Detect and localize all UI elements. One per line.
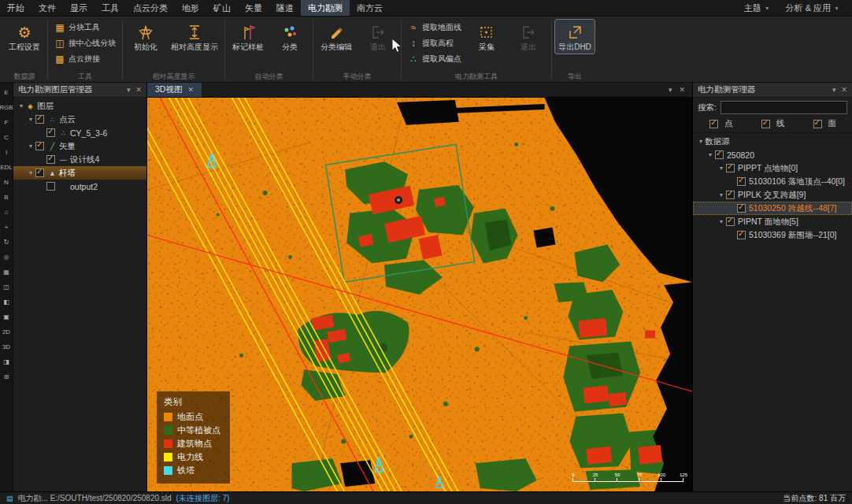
tree-row[interactable]: ▾ 数据源 [693,135,852,148]
strip-tool[interactable]: ◫ [0,280,13,295]
tabbar-close-icon[interactable]: ✕ [679,86,685,94]
menu-item[interactable]: 显示 [63,0,94,16]
tree-row[interactable]: ▾ PIPPT 点地物[0] [693,161,852,175]
strip-tool[interactable]: N [0,175,13,190]
tab-close-icon[interactable]: ✕ [187,86,194,94]
export-dhd-button[interactable]: 导出DHD [555,20,595,54]
tree-row[interactable]: ▾ 点云 [13,113,146,126]
strip-tool[interactable]: + [0,220,13,235]
tree-expander-icon[interactable]: ▾ [717,165,725,172]
checkbox-icon[interactable] [761,120,770,128]
pointcloud-merge-button[interactable]: ▩ 点云拼接 [51,51,103,66]
tree-checkbox[interactable] [726,191,735,199]
menu-item[interactable]: 隧道 [269,0,301,16]
strip-tool[interactable]: F [0,115,13,130]
block-tool-button[interactable]: ▦ 分块工具 [51,20,103,35]
strip-tool[interactable]: ↻ [0,235,13,250]
tab-list-dropdown-icon[interactable]: ▾ [669,86,672,94]
tree-row[interactable]: ▾ PIPLK 交叉跨越[9] [693,188,852,202]
tree-checkbox[interactable] [46,182,55,191]
tree-expander-icon[interactable]: ▾ [706,151,714,158]
tree-row[interactable]: ▾ 杆塔 [13,166,146,180]
checkbox-icon[interactable] [813,120,822,128]
viewport-3d[interactable]: 类别 地面点 中等植被点 建筑物点 [147,98,692,491]
tree-row[interactable]: ▾ 矢量 [13,139,146,153]
tab-3d-view[interactable]: 3D视图 ✕ [147,83,202,97]
menu-item[interactable]: 点云分类 [126,0,175,16]
menu-item[interactable]: 南方云 [350,0,390,16]
tree-expander-icon[interactable]: ▾ [17,102,25,109]
collect-button[interactable]: 采集 [467,20,506,54]
strip-tool[interactable]: ◧ [0,295,13,309]
centerline-block-button[interactable]: ◫ 接中心线分块 [51,35,119,50]
menu-item[interactable]: 矢量 [238,0,269,16]
tree-checkbox[interactable] [726,217,735,226]
tree-row[interactable]: 51030106 落地顶点--40[0] [693,175,852,188]
relative-height-button[interactable]: 相对高度显示 [168,20,221,54]
tree-expander-icon[interactable]: ▾ [27,116,35,123]
menu-item[interactable]: 地形 [175,0,206,16]
tree-row[interactable]: output2 [13,180,146,193]
tree-row[interactable]: ▾ PIPNT 面地物[5] [693,215,852,228]
strip-tool[interactable]: ⌂ [0,205,13,220]
menu-item[interactable]: 文件 [31,0,63,16]
strip-tool[interactable]: ⊞ [0,369,13,384]
tree-checkbox[interactable] [715,150,724,159]
tree-checkbox[interactable] [35,142,44,150]
mark-stake-button[interactable]: 标记样桩 [228,20,268,54]
checkbox-icon[interactable] [709,120,718,128]
tree-checkbox[interactable] [737,231,746,239]
filter-checkbox[interactable]: 线 [761,118,785,129]
strip-tool[interactable]: 3D [0,339,13,354]
panel-close-button[interactable]: ✕ [841,86,847,94]
tree-checkbox[interactable] [726,164,735,172]
tree-row[interactable]: 51030250 跨越线--48[7] [693,202,852,215]
menu-item[interactable]: 电力勘测 [301,0,350,16]
tree-row[interactable]: CY_5_3-6 [13,126,146,139]
classify-edit-button[interactable]: 分类编辑 [317,20,356,54]
analysis-apps-dropdown[interactable]: 分析 & 应用 ▼ [780,2,846,14]
panel-collapse-button[interactable]: ▾ [127,86,131,94]
panel-close-button[interactable]: ✕ [135,86,142,94]
tree-expander-icon[interactable]: ▾ [717,218,725,225]
classify-button[interactable]: 分类 [270,20,309,54]
tree-checkbox[interactable] [35,115,44,124]
strip-tool[interactable]: ◨ [0,354,13,369]
extract-elevation-button[interactable]: ↕ 提取高程 [405,35,465,50]
tree-checkbox[interactable] [737,177,746,186]
tree-expander-icon[interactable]: ▾ [697,138,705,145]
tree-row[interactable]: ▾ 250820 [693,148,852,161]
search-input[interactable] [720,101,847,114]
strip-tool[interactable]: B [0,190,13,205]
tree-checkbox[interactable] [737,204,746,213]
tree-row[interactable]: 51030369 新围墙--21[0] [693,228,852,242]
menu-item[interactable]: 工具 [94,0,126,16]
strip-tool[interactable]: 2D [0,324,13,339]
tree-expander-icon[interactable]: ▾ [717,191,725,198]
tree-checkbox[interactable] [46,155,55,164]
tree-expander-icon[interactable]: ▾ [27,143,35,150]
menu-item[interactable]: 开始 [0,0,31,16]
tree-checkbox[interactable] [46,128,55,137]
extract-ground-line-button[interactable]: ≈ 提取地面线 [405,20,465,35]
strip-tool[interactable]: ▣ [0,309,13,324]
filter-checkbox[interactable]: 点 [709,118,733,129]
tree-expander-icon[interactable]: ▾ [27,169,35,176]
initialize-button[interactable]: 初始化 [126,20,165,54]
strip-tool[interactable]: E [0,85,13,100]
menu-item[interactable]: 矿山 [206,0,238,16]
exit-collect-button[interactable]: 退出 [509,20,548,54]
strip-tool[interactable]: EDL [0,160,13,175]
theme-dropdown[interactable]: 主题 ▼ [738,2,776,14]
strip-tool[interactable]: I [0,145,13,160]
strip-tool[interactable]: ◎ [0,250,13,265]
tree-row[interactable]: ▾ 图层 [13,99,146,113]
strip-tool[interactable]: ▦ [0,265,13,280]
project-settings-button[interactable]: ⚙ 工程设置 [5,20,44,54]
tree-row[interactable]: 设计线4 [13,153,146,166]
filter-checkbox[interactable]: 面 [813,118,837,129]
panel-collapse-button[interactable]: ▾ [832,86,836,94]
strip-tool[interactable]: C [0,130,13,145]
extract-wind-offset-button[interactable]: ∴ 提取风偏点 [405,51,465,66]
strip-tool[interactable]: RGB [0,100,13,115]
